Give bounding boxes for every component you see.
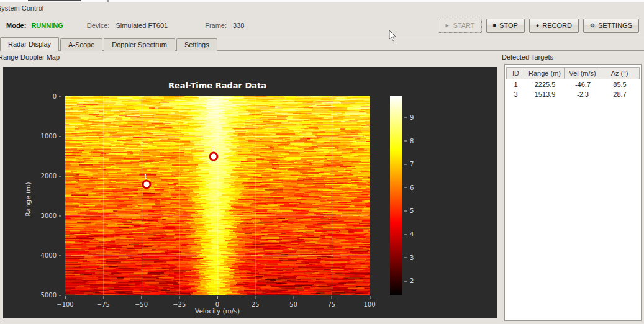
column-header-filler (638, 67, 640, 79)
y-axis-ticks: 0 1000 2000 3000 4000 5000 (3, 96, 62, 295)
column-header-az[interactable]: Az (°) (601, 67, 638, 79)
range-doppler-heatmap (65, 96, 370, 295)
tab-bar: Radar Display A-Scope Doppler Spectrum S… (0, 37, 644, 51)
control-bar: Mode: RUNNING Device: Simulated FT601 Fr… (6, 18, 639, 33)
device-value: Simulated FT601 (116, 22, 168, 29)
panel-splitter[interactable] (498, 67, 502, 318)
start-button-label: START (453, 22, 475, 29)
system-control-group: System Control Mode: RUNNING Device: Sim… (0, 2, 644, 35)
tab-radar-display[interactable]: Radar Display (0, 37, 59, 51)
y-tick-label: 0 (53, 93, 57, 100)
detected-targets-panel: ID Range (m) Vel (m/s) Az (°) 1 2225.5 -… (504, 64, 642, 321)
tab-a-scope[interactable]: A-Scope (60, 38, 102, 51)
play-icon: ► (445, 22, 450, 29)
colorbar-tick-label: 4 (410, 231, 414, 238)
start-button[interactable]: ► START (438, 19, 482, 33)
y-tick-label: 2000 (41, 173, 57, 179)
table-row[interactable]: 3 1513.9 -2.3 28.7 (506, 89, 640, 99)
frame-value: 338 (233, 22, 244, 29)
tab-doppler-spectrum[interactable]: Doppler Spectrum (104, 38, 175, 51)
colorbar-tick-label: 9 (410, 114, 414, 120)
heatmap-plot-area: 13 (65, 96, 370, 295)
target-marker: 1 (142, 180, 151, 189)
cell-id: 3 (506, 89, 525, 99)
table-row[interactable]: 1 2225.5 -46.7 85.5 (506, 79, 640, 89)
record-button-label: RECORD (542, 22, 572, 29)
cell-vel: -2.3 (565, 89, 601, 99)
device-label: Device: (87, 22, 110, 29)
record-icon: ● (536, 22, 539, 29)
gear-icon: ⚙ (590, 22, 595, 29)
stop-button[interactable]: ■ STOP (486, 19, 525, 33)
y-tick-label: 1000 (41, 133, 57, 140)
colorbar-tick-label: 8 (410, 137, 414, 144)
colorbar-tick-label: 3 (410, 254, 414, 261)
y-tick-label: 3000 (41, 212, 57, 219)
column-header-vel[interactable]: Vel (m/s) (565, 67, 601, 79)
settings-button-label: SETTINGS (598, 22, 632, 29)
frame-label: Frame: (205, 22, 227, 29)
colorbar-tick-label: 6 (410, 184, 414, 191)
top-strip-segment (28, 0, 81, 1)
cell-id: 1 (506, 79, 525, 89)
stop-button-label: STOP (499, 22, 518, 29)
colorbar (390, 96, 402, 295)
tab-settings[interactable]: Settings (176, 38, 217, 51)
plot-title: Real-Time Radar Data (65, 81, 370, 90)
y-tick-label: 4000 (41, 252, 57, 259)
button-group: ► START ■ STOP ● RECORD ⚙ SETTINGS (438, 19, 639, 33)
targets-table: ID Range (m) Vel (m/s) Az (°) 1 2225.5 -… (506, 67, 640, 99)
detected-targets-caption: Detected Targets (502, 53, 553, 61)
group-title: System Control (0, 4, 43, 12)
cell-vel: -46.7 (565, 79, 601, 89)
x-axis-ticks: −100 −75 −50 −25 0 25 50 75 100 (65, 297, 370, 305)
record-button[interactable]: ● RECORD (529, 19, 579, 33)
mode-status-value: RUNNING (31, 22, 63, 29)
colorbar-tick-label: 2 (410, 277, 414, 284)
y-tick-label: 5000 (41, 292, 57, 299)
colorbar-tick-label: 5 (410, 207, 414, 214)
target-id-label: 3 (212, 146, 215, 151)
target-marker: 3 (209, 151, 219, 161)
cell-range: 2225.5 (525, 79, 565, 89)
cell-az: 28.7 (601, 89, 638, 99)
mode-label: Mode: (6, 22, 26, 29)
colorbar-tick-label: 7 (410, 161, 414, 168)
column-header-range[interactable]: Range (m) (525, 67, 565, 79)
cell-range: 1513.9 (525, 89, 565, 99)
column-header-id[interactable]: ID (506, 67, 525, 79)
settings-button[interactable]: ⚙ SETTINGS (583, 19, 639, 33)
stop-icon: ■ (493, 22, 496, 29)
y-axis-title: Range (m) (24, 174, 32, 224)
table-header-row: ID Range (m) Vel (m/s) Az (°) (506, 67, 640, 79)
cell-az: 85.5 (601, 79, 638, 89)
x-axis-title: Velocity (m/s) (65, 307, 370, 315)
radar-plot-figure: Real-Time Radar Data 13 0 1000 2000 3000… (3, 67, 497, 318)
colorbar-ticks: 2 3 4 5 6 7 8 9 (406, 96, 425, 295)
range-doppler-map-caption: Range-Doppler Map (0, 53, 60, 61)
target-id-label: 1 (144, 175, 147, 180)
